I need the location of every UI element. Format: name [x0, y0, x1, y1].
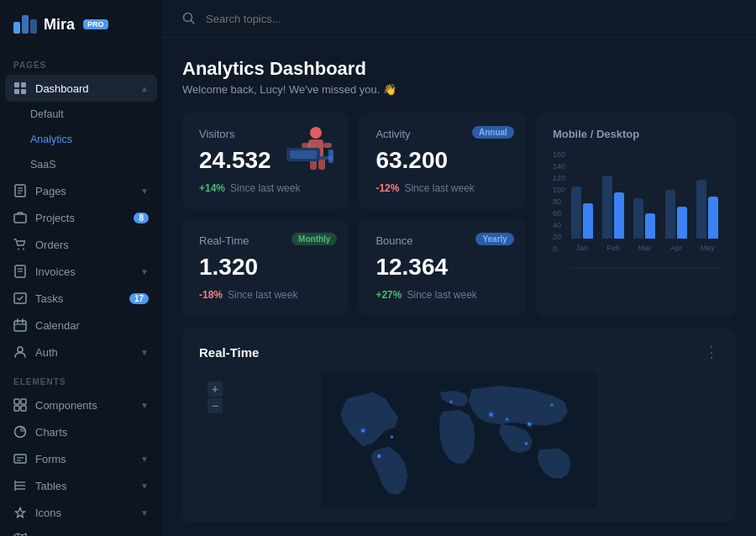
sidebar-item-pages[interactable]: Pages ▼: [0, 177, 162, 204]
calendar-label: Calendar: [35, 319, 80, 332]
visitors-card: Visitors 24.532 +14%: [182, 113, 349, 209]
svg-rect-41: [302, 143, 310, 148]
bounce-value: 12.364: [375, 254, 508, 281]
map-controls: + −: [207, 381, 223, 413]
auth-label: Auth: [35, 346, 58, 359]
sidebar-item-analytics[interactable]: Analytics: [0, 127, 162, 152]
tables-chevron: ▼: [140, 481, 149, 491]
map-container: + −: [199, 373, 719, 507]
svg-rect-2: [30, 19, 37, 34]
sidebar-item-charts[interactable]: Charts: [0, 418, 162, 445]
pro-badge: PRO: [83, 19, 108, 29]
charts-icon: [13, 425, 27, 439]
maps-label: Maps: [35, 533, 62, 537]
forms-label: Forms: [35, 453, 66, 465]
icons-icon: [13, 506, 27, 519]
analytics-label: Analytics: [30, 134, 72, 145]
realtime-change: -18%: [199, 289, 223, 301]
activity-change: -12%: [375, 182, 399, 194]
visitors-illustration: [278, 124, 337, 179]
icons-chevron: ▼: [140, 508, 149, 518]
sidebar-item-saas[interactable]: SaaS: [0, 152, 162, 177]
tables-icon: [13, 479, 27, 492]
search-icon: [182, 12, 196, 25]
svg-rect-24: [21, 399, 26, 404]
svg-rect-42: [323, 143, 332, 148]
dashboard-label: Dashboard: [35, 82, 89, 95]
page-title: Analytics Dashboard: [182, 58, 736, 80]
activity-since: Since last week: [404, 182, 474, 194]
projects-badge: 8: [134, 213, 149, 223]
pages-label: PAGES: [0, 49, 162, 75]
invoices-label: Invoices: [35, 265, 76, 278]
svg-rect-25: [14, 406, 19, 411]
svg-point-53: [449, 400, 453, 403]
svg-point-39: [310, 127, 322, 139]
sidebar-item-icons[interactable]: Icons ▼: [0, 499, 162, 526]
pages-chevron: ▼: [140, 187, 149, 196]
auth-icon: [13, 345, 27, 359]
world-map-svg: [199, 373, 719, 507]
realtime-card: Real-Time Monthly 1.320 -18% Since last …: [182, 219, 349, 316]
search-input[interactable]: [206, 13, 374, 25]
svg-point-13: [23, 249, 24, 250]
svg-rect-6: [21, 89, 26, 94]
realtime-value: 1.320: [199, 254, 332, 281]
invoices-icon: [13, 265, 27, 278]
components-icon: [13, 398, 27, 412]
page-subtitle: Welcome back, Lucy! We've missed you. 👋: [182, 83, 736, 96]
map-title: Real-Time: [199, 345, 259, 360]
activity-value: 63.200: [375, 147, 508, 174]
svg-rect-4: [21, 82, 26, 87]
sidebar-item-tables[interactable]: Tables ▼: [0, 472, 162, 499]
sidebar-item-components[interactable]: Components ▼: [0, 391, 162, 418]
svg-rect-3: [14, 82, 19, 87]
projects-label: Projects: [35, 212, 75, 224]
svg-point-58: [525, 442, 528, 445]
sidebar-item-forms[interactable]: Forms ▼: [0, 445, 162, 472]
map-section: Real-Time ⋮ + −: [182, 328, 736, 523]
projects-icon: [13, 211, 27, 224]
bounce-footer: +27% Since last week: [375, 289, 508, 301]
visitors-footer: +14% Since last week: [199, 182, 332, 194]
svg-rect-11: [14, 214, 26, 223]
orders-label: Orders: [35, 239, 69, 251]
svg-rect-28: [14, 455, 26, 463]
default-label: Default: [30, 108, 64, 120]
map-menu-icon[interactable]: ⋮: [704, 343, 719, 361]
app-name: Mira: [44, 16, 75, 34]
svg-point-52: [391, 435, 394, 439]
activity-footer: -12% Since last week: [375, 182, 508, 194]
sidebar-item-default[interactable]: Default: [0, 102, 162, 127]
svg-rect-26: [21, 406, 26, 411]
map-zoom-in[interactable]: +: [207, 381, 223, 397]
svg-point-54: [489, 413, 493, 417]
tasks-label: Tasks: [35, 292, 63, 305]
dashboard-icon: [13, 81, 27, 95]
sidebar-item-dashboard[interactable]: Dashboard ▲: [5, 75, 157, 102]
sidebar-item-tasks[interactable]: Tasks 17: [0, 285, 162, 312]
svg-rect-18: [14, 321, 26, 331]
topbar: [162, 0, 756, 38]
map-zoom-out[interactable]: −: [207, 398, 223, 413]
svg-rect-48: [290, 150, 317, 159]
realtime-badge: Monthly: [291, 233, 337, 245]
sidebar-item-auth[interactable]: Auth ▼: [0, 339, 162, 365]
svg-rect-5: [14, 89, 19, 94]
sidebar: Mira PRO PAGES Dashboard ▲ Default Analy…: [0, 0, 162, 536]
map-header: Real-Time ⋮: [199, 343, 719, 361]
svg-point-56: [528, 423, 532, 427]
sidebar-item-invoices[interactable]: Invoices ▼: [0, 258, 162, 285]
components-chevron: ▼: [140, 401, 149, 410]
tasks-badge: 17: [129, 293, 149, 304]
activity-card: Activity Annual 63.200 -12% Since last w…: [359, 113, 525, 209]
sidebar-item-maps[interactable]: Maps ▼: [0, 526, 162, 536]
tasks-icon: [13, 292, 27, 305]
sidebar-item-calendar[interactable]: Calendar: [0, 312, 162, 339]
svg-rect-23: [14, 399, 19, 404]
sidebar-item-projects[interactable]: Projects 8: [0, 204, 162, 231]
maps-icon: [13, 533, 27, 536]
sidebar-item-orders[interactable]: Orders: [0, 231, 162, 258]
forms-icon: [13, 452, 27, 465]
svg-rect-1: [22, 15, 29, 34]
